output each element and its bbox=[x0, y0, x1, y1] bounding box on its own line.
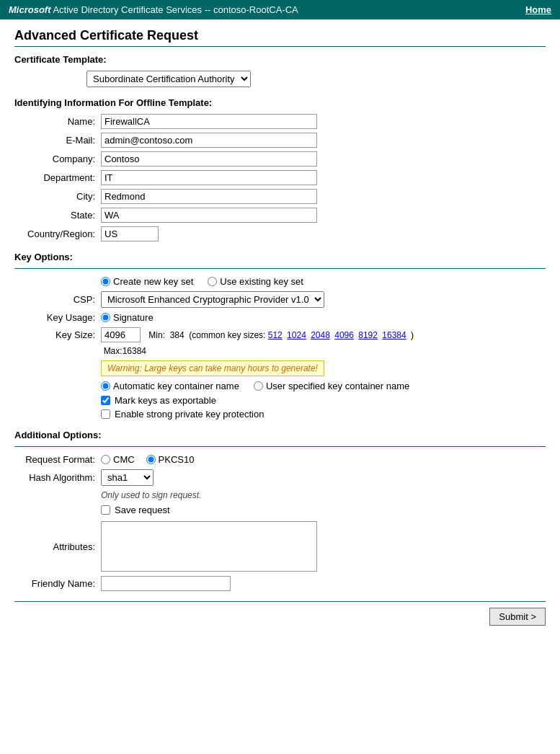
key-usage-label: Key Usage: bbox=[22, 312, 101, 323]
key-usage-row: Key Usage: Signature bbox=[14, 312, 546, 323]
pkcs10-radio-label[interactable]: PKCS10 bbox=[146, 454, 195, 465]
page-title: Advanced Certificate Request bbox=[14, 28, 546, 43]
email-input[interactable] bbox=[101, 133, 317, 148]
header-service: Active Directory Certificate Services bbox=[53, 4, 202, 15]
hash-algorithm-label: Hash Algorithm: bbox=[14, 472, 101, 483]
cmc-radio[interactable] bbox=[101, 455, 110, 464]
auto-key-container-text: Automatic key container name bbox=[113, 381, 239, 391]
request-format-row: Request Format: CMC PKCS10 bbox=[14, 454, 546, 465]
user-key-container-radio[interactable] bbox=[254, 381, 263, 391]
submit-button[interactable]: Submit > bbox=[489, 608, 546, 626]
auto-key-container-radio[interactable] bbox=[101, 381, 110, 391]
key-usage-signature-label[interactable]: Signature bbox=[101, 312, 154, 323]
attributes-label: Attributes: bbox=[14, 541, 101, 552]
key-size-input[interactable] bbox=[101, 327, 141, 342]
pkcs10-radio[interactable] bbox=[146, 455, 156, 464]
enable-strong-protection-row: Enable strong private key protection bbox=[14, 409, 546, 420]
create-new-key-radio[interactable] bbox=[101, 277, 110, 286]
key-size-2048-link[interactable]: 2048 bbox=[311, 330, 330, 340]
attributes-textarea[interactable] bbox=[101, 521, 317, 572]
mark-exportable-label[interactable]: Mark keys as exportable bbox=[115, 395, 216, 406]
header-server: contoso-RootCA-CA bbox=[213, 4, 298, 15]
auto-key-container-label[interactable]: Automatic key container name bbox=[101, 381, 239, 391]
key-size-max-label-row: Max:16384 bbox=[14, 345, 546, 356]
identifying-info-section: Identifying Information For Offline Temp… bbox=[14, 97, 546, 241]
email-row: E-Mail: bbox=[14, 133, 546, 148]
header-home[interactable]: Home bbox=[525, 4, 551, 15]
country-input[interactable] bbox=[101, 226, 159, 241]
state-label: State: bbox=[14, 210, 101, 221]
enable-strong-protection-checkbox[interactable] bbox=[101, 409, 110, 419]
country-label: Country/Region: bbox=[14, 229, 101, 239]
user-key-container-label[interactable]: User specified key container name bbox=[254, 381, 409, 391]
friendly-name-input[interactable] bbox=[101, 576, 231, 591]
use-existing-key-text: Use existing key set bbox=[220, 276, 303, 287]
mark-exportable-row: Mark keys as exportable bbox=[14, 395, 546, 406]
key-size-links: 512 1024 2048 4096 8192 16384 ) bbox=[268, 330, 414, 340]
hash-algorithm-select[interactable]: sha1 sha256 md5 bbox=[101, 469, 154, 486]
name-input[interactable] bbox=[101, 114, 317, 129]
identifying-info-header: Identifying Information For Offline Temp… bbox=[14, 97, 546, 108]
key-size-label: Key Size: bbox=[22, 329, 101, 340]
key-size-1024-link[interactable]: 1024 bbox=[287, 330, 306, 340]
certificate-template-header: Certificate Template: bbox=[14, 54, 546, 65]
company-label: Company: bbox=[14, 154, 101, 164]
key-usage-signature-text: Signature bbox=[113, 312, 154, 323]
key-size-8192-link[interactable]: 8192 bbox=[358, 330, 378, 340]
name-label: Name: bbox=[14, 116, 101, 127]
pkcs10-text: PKCS10 bbox=[159, 454, 195, 465]
company-input[interactable] bbox=[101, 151, 317, 167]
key-size-warning: Warning: Large keys can take many hours … bbox=[101, 360, 324, 376]
submit-row: Submit > bbox=[14, 601, 546, 626]
key-container-row: Automatic key container name User specif… bbox=[14, 381, 546, 391]
key-size-16384-link[interactable]: 16384 bbox=[382, 330, 406, 340]
cmc-radio-label[interactable]: CMC bbox=[101, 454, 135, 465]
certificate-template-section: Certificate Template: Subordinate Certif… bbox=[14, 54, 546, 87]
title-divider bbox=[14, 46, 546, 47]
csp-select[interactable]: Microsoft Enhanced Cryptographic Provide… bbox=[101, 291, 324, 308]
department-label: Department: bbox=[14, 172, 101, 183]
key-usage-signature-radio[interactable] bbox=[101, 313, 110, 322]
save-request-label[interactable]: Save request bbox=[115, 505, 170, 515]
key-set-row: Create new key set Use existing key set bbox=[14, 276, 546, 287]
request-format-label: Request Format: bbox=[14, 454, 101, 465]
name-row: Name: bbox=[14, 114, 546, 129]
friendly-name-label: Friendly Name: bbox=[14, 578, 101, 589]
key-size-4096-link[interactable]: 4096 bbox=[334, 330, 354, 340]
save-request-checkbox[interactable] bbox=[101, 505, 110, 515]
key-size-max-display: Max:16384 bbox=[104, 346, 146, 356]
key-options-section: Key Options: Create new key set Use exis… bbox=[14, 252, 546, 420]
attributes-row: Attributes: bbox=[14, 521, 546, 572]
friendly-name-row: Friendly Name: bbox=[14, 576, 546, 591]
city-label: City: bbox=[14, 191, 101, 202]
use-existing-key-label[interactable]: Use existing key set bbox=[208, 276, 303, 287]
additional-options-divider bbox=[14, 446, 546, 447]
header: Microsoft Active Directory Certificate S… bbox=[0, 0, 560, 19]
department-input[interactable] bbox=[101, 170, 317, 185]
home-link[interactable]: Home bbox=[525, 4, 551, 15]
additional-options-section: Additional Options: Request Format: CMC … bbox=[14, 430, 546, 591]
key-size-min-info: Min: 384 bbox=[146, 330, 185, 340]
city-input[interactable] bbox=[101, 189, 317, 204]
template-select-row: Subordinate Certification Authority bbox=[14, 71, 546, 87]
key-size-512-link[interactable]: 512 bbox=[268, 330, 283, 340]
request-format-group: CMC PKCS10 bbox=[101, 454, 194, 465]
email-label: E-Mail: bbox=[14, 135, 101, 146]
use-existing-key-radio[interactable] bbox=[208, 277, 217, 286]
csp-row: CSP: Microsoft Enhanced Cryptographic Pr… bbox=[14, 291, 546, 308]
header-brand: Microsoft bbox=[9, 4, 51, 15]
certificate-template-select[interactable]: Subordinate Certification Authority bbox=[86, 71, 251, 87]
mark-exportable-checkbox[interactable] bbox=[101, 396, 110, 405]
key-options-divider bbox=[14, 268, 546, 269]
hash-algorithm-row: Hash Algorithm: sha1 sha256 md5 bbox=[14, 469, 546, 486]
key-size-paren-close: ) bbox=[411, 330, 414, 340]
main-content: Advanced Certificate Request Certificate… bbox=[0, 19, 560, 640]
key-size-row: Key Size: Min: 384 (common key sizes: 51… bbox=[14, 327, 546, 342]
hash-note: Only used to sign request. bbox=[14, 490, 546, 500]
create-new-key-label[interactable]: Create new key set bbox=[101, 276, 193, 287]
state-input[interactable] bbox=[101, 208, 317, 223]
city-row: City: bbox=[14, 189, 546, 204]
country-row: Country/Region: bbox=[14, 226, 546, 241]
user-key-container-text: User specified key container name bbox=[266, 381, 409, 391]
enable-strong-protection-label[interactable]: Enable strong private key protection bbox=[115, 409, 264, 420]
